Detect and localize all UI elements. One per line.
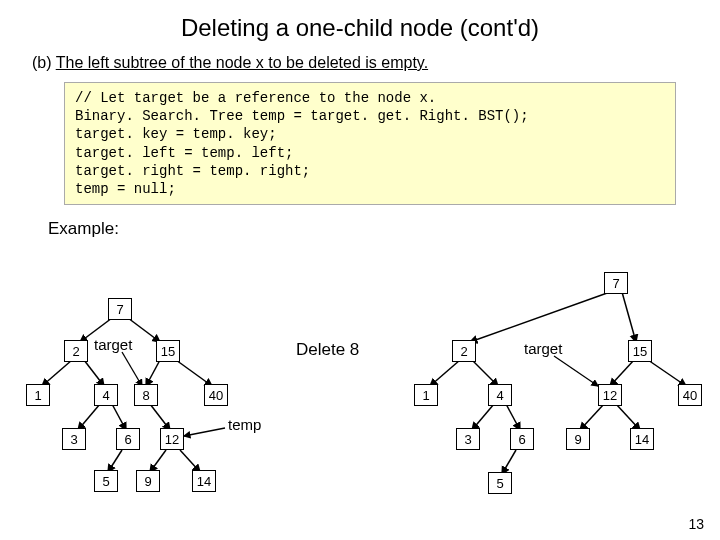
- svg-line-3: [84, 360, 104, 386]
- code-line: Binary. Search. Tree temp = target. get.…: [75, 108, 529, 124]
- tree-node: 9: [136, 470, 160, 492]
- tree-node: 14: [192, 470, 216, 492]
- tree-node: 2: [64, 340, 88, 362]
- svg-line-15: [622, 292, 636, 342]
- tree-node: 4: [488, 384, 512, 406]
- code-line: target. left = temp. left;: [75, 145, 293, 161]
- svg-line-19: [648, 360, 686, 386]
- subhead-prefix: (b): [32, 54, 56, 71]
- svg-line-16: [430, 360, 460, 386]
- tree-node: 3: [62, 428, 86, 450]
- svg-line-25: [554, 356, 598, 386]
- svg-line-5: [176, 360, 212, 386]
- svg-line-9: [108, 450, 122, 472]
- svg-line-6: [78, 404, 100, 430]
- svg-line-22: [580, 404, 604, 430]
- slide-title: Deleting a one-child node (cont'd): [0, 0, 720, 50]
- tree-node: 7: [108, 298, 132, 320]
- temp-label: temp: [228, 416, 261, 433]
- tree-diagram-area: 7 2 15 1 4 8 40 3 6 12 5 9 14 target tem…: [0, 258, 720, 518]
- target-label: target: [94, 336, 132, 353]
- svg-line-4: [146, 360, 160, 386]
- tree-node: 40: [204, 384, 228, 406]
- tree-node: 1: [26, 384, 50, 406]
- tree-node: 7: [604, 272, 628, 294]
- svg-line-10: [150, 450, 166, 472]
- tree-node: 14: [630, 428, 654, 450]
- svg-line-8: [150, 404, 170, 430]
- code-line: target. right = temp. right;: [75, 163, 310, 179]
- code-line: target. key = temp. key;: [75, 126, 277, 142]
- tree-node: 3: [456, 428, 480, 450]
- tree-node: 12: [160, 428, 184, 450]
- tree-node: 4: [94, 384, 118, 406]
- example-label: Example:: [0, 205, 720, 239]
- tree-node: 1: [414, 384, 438, 406]
- subhead-underlined: The left subtree of the node x to be del…: [56, 54, 428, 71]
- svg-line-24: [502, 450, 516, 474]
- tree-node: 9: [566, 428, 590, 450]
- code-line: temp = null;: [75, 181, 176, 197]
- tree-node: 5: [94, 470, 118, 492]
- svg-line-18: [610, 360, 634, 386]
- svg-line-23: [616, 404, 640, 430]
- tree-node: 15: [628, 340, 652, 362]
- svg-line-20: [472, 404, 494, 430]
- svg-line-13: [184, 428, 225, 436]
- tree-node: 15: [156, 340, 180, 362]
- tree-node: 12: [598, 384, 622, 406]
- code-line: // Let target be a reference to the node…: [75, 90, 436, 106]
- code-block: // Let target be a reference to the node…: [64, 82, 676, 205]
- svg-line-12: [122, 352, 142, 386]
- tree-node: 2: [452, 340, 476, 362]
- svg-line-21: [506, 404, 520, 430]
- svg-line-11: [180, 450, 200, 472]
- tree-node: 6: [510, 428, 534, 450]
- svg-line-14: [470, 292, 610, 342]
- page-number: 13: [688, 516, 704, 532]
- tree-node: 6: [116, 428, 140, 450]
- target-label: target: [524, 340, 562, 357]
- tree-node: 40: [678, 384, 702, 406]
- svg-line-2: [42, 360, 72, 386]
- delete-label: Delete 8: [296, 340, 359, 360]
- svg-line-17: [472, 360, 498, 386]
- tree-node: 8: [134, 384, 158, 406]
- svg-line-7: [112, 404, 126, 430]
- tree-node: 5: [488, 472, 512, 494]
- svg-line-1: [128, 318, 160, 342]
- subheading: (b) The left subtree of the node x to be…: [0, 50, 720, 78]
